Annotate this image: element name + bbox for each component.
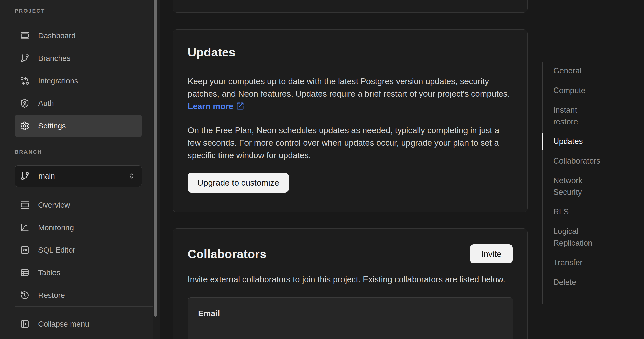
- upgrade-to-customize-button[interactable]: Upgrade to customize: [188, 173, 289, 193]
- sidebar-item-label: Collapse menu: [38, 320, 89, 328]
- collaborators-card: Collaborators Invite Invite external col…: [173, 228, 528, 339]
- sidebar-item-label: Overview: [38, 201, 70, 209]
- sidebar-scrollbar[interactable]: [154, 0, 157, 317]
- git-branch-icon: [20, 171, 30, 181]
- external-link-icon: [236, 102, 244, 110]
- sidebar-item-monitoring[interactable]: Monitoring: [15, 216, 142, 239]
- sidebar-item-auth[interactable]: Auth: [15, 92, 142, 115]
- history-icon: [20, 290, 30, 300]
- sidebar-item-branches[interactable]: Branches: [15, 47, 142, 70]
- git-compare-icon: [20, 76, 30, 86]
- learn-more-label: Learn more: [188, 101, 234, 111]
- collapse-menu-button[interactable]: Collapse menu: [15, 313, 142, 335]
- sidebar-item-dashboard[interactable]: Dashboard: [15, 24, 142, 47]
- branch-section-label: BRANCH: [15, 149, 153, 155]
- sidebar-item-label: SQL Editor: [38, 246, 75, 254]
- chevrons-up-down-icon: [128, 172, 135, 180]
- learn-more-link[interactable]: Learn more: [188, 101, 244, 111]
- collaborators-card-title: Collaborators: [188, 247, 266, 261]
- sidebar-item-label: Restore: [38, 291, 65, 300]
- gear-icon: [20, 121, 30, 131]
- sidebar-item-label: Dashboard: [38, 31, 76, 40]
- git-branch-icon: [20, 53, 30, 63]
- sidebar-footer: Collapse menu: [15, 306, 153, 339]
- invite-button[interactable]: Invite: [470, 244, 513, 263]
- sidebar-item-integrations[interactable]: Integrations: [15, 69, 142, 92]
- branch-selector-value: main: [38, 172, 128, 180]
- settings-nav-collaborators[interactable]: Collaborators: [553, 155, 634, 167]
- shield-user-icon: [20, 98, 30, 108]
- updates-card: Updates Keep your computes up to date wi…: [173, 29, 528, 212]
- sidebar-item-label: Branches: [38, 54, 71, 63]
- dashboard-icon: [20, 31, 30, 40]
- sidebar-item-settings[interactable]: Settings: [15, 115, 142, 137]
- settings-nav-delete[interactable]: Delete: [553, 276, 634, 288]
- collaborators-table: Email: [188, 297, 513, 339]
- settings-nav-updates[interactable]: Updates: [553, 136, 634, 147]
- sidebar-item-label: Integrations: [38, 77, 78, 85]
- sidebar-item-label: Settings: [38, 122, 66, 130]
- settings-nav-instant-restore[interactable]: Instant restore: [553, 104, 599, 128]
- project-section-label: PROJECT: [15, 8, 153, 14]
- updates-description-text: Keep your computes up to date with the l…: [188, 77, 510, 98]
- sidebar-item-tables[interactable]: Tables: [15, 261, 142, 284]
- sidebar-item-sql-editor[interactable]: SQL Editor: [15, 239, 142, 261]
- settings-content: Updates Keep your computes up to date wi…: [160, 0, 542, 339]
- previous-card-partial: [173, 0, 528, 13]
- sidebar-item-label: Auth: [38, 99, 54, 108]
- updates-description: Keep your computes up to date with the l…: [188, 75, 513, 112]
- sql-editor-icon: [20, 245, 30, 255]
- neon-console: PROJECT Dashboard Branches Integrations …: [0, 0, 644, 339]
- sidebar-item-restore[interactable]: Restore: [15, 284, 142, 306]
- table-icon: [20, 268, 30, 277]
- overview-icon: [20, 200, 30, 210]
- sidebar-item-label: Tables: [38, 268, 60, 277]
- settings-nav-compute[interactable]: Compute: [553, 85, 634, 96]
- updates-card-title: Updates: [188, 45, 513, 59]
- sidebar-item-overview[interactable]: Overview: [15, 194, 142, 216]
- project-sidebar: PROJECT Dashboard Branches Integrations …: [0, 0, 153, 339]
- updates-paragraph-2: On the Free Plan, Neon schedules updates…: [188, 124, 513, 161]
- branch-selector[interactable]: main: [15, 165, 142, 187]
- monitoring-chart-icon: [20, 223, 30, 232]
- panel-collapse-icon: [20, 319, 30, 329]
- settings-nav-transfer[interactable]: Transfer: [553, 257, 634, 269]
- settings-nav-network-security[interactable]: Network Security: [553, 175, 599, 198]
- settings-nav-general[interactable]: General: [553, 65, 634, 77]
- sidebar-item-label: Monitoring: [38, 223, 74, 232]
- settings-nav-logical-replication[interactable]: Logical Replication: [553, 226, 599, 249]
- email-column-header: Email: [198, 309, 503, 318]
- collaborators-card-header: Collaborators Invite: [188, 244, 513, 263]
- settings-section-nav: General Compute Instant restore Updates …: [542, 62, 634, 304]
- settings-nav-rls[interactable]: RLS: [553, 206, 634, 218]
- collaborators-description: Invite external collaborators to join th…: [188, 273, 513, 286]
